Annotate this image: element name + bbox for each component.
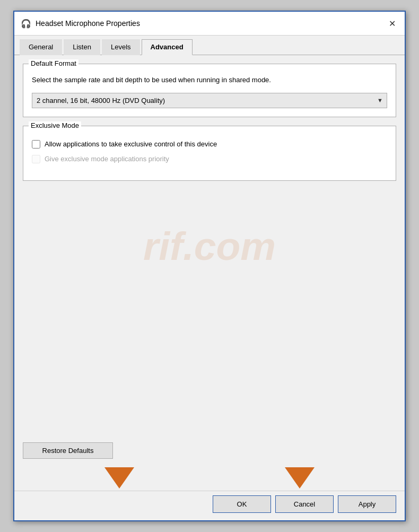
allow-exclusive-control-label: Allow applications to take exclusive con… <box>45 140 217 148</box>
exclusive-mode-group: Exclusive Mode Allow applications to tak… <box>23 126 396 181</box>
title-bar-left: 🎧 Headset Microphone Properties <box>21 19 140 29</box>
arrow-apply-icon <box>285 467 315 489</box>
dropdown-wrapper: 2 channel, 16 bit, 48000 Hz (DVD Quality… <box>32 93 387 108</box>
exclusive-mode-label: Exclusive Mode <box>29 121 81 129</box>
arrow-ok-icon <box>104 467 134 489</box>
default-format-group: Default Format Select the sample rate an… <box>23 64 396 117</box>
sample-rate-dropdown[interactable]: 2 channel, 16 bit, 48000 Hz (DVD Quality… <box>32 93 387 108</box>
apply-button[interactable]: Apply <box>338 495 396 513</box>
tab-general[interactable]: General <box>20 39 62 55</box>
bottom-section: Restore Defaults <box>14 437 405 467</box>
tab-advanced[interactable]: Advanced <box>142 39 193 55</box>
give-priority-label: Give exclusive mode applications priorit… <box>45 155 169 163</box>
tab-levels[interactable]: Levels <box>102 39 140 55</box>
give-priority-item: Give exclusive mode applications priorit… <box>32 155 387 163</box>
exclusive-mode-options: Allow applications to take exclusive con… <box>32 140 387 163</box>
allow-exclusive-control-item: Allow applications to take exclusive con… <box>32 140 387 149</box>
dialog-title: Headset Microphone Properties <box>36 19 140 28</box>
tab-listen[interactable]: Listen <box>64 39 100 55</box>
allow-exclusive-control-checkbox[interactable] <box>32 140 40 149</box>
headset-icon: 🎧 <box>21 19 31 29</box>
action-buttons: OK Cancel Apply <box>14 491 405 520</box>
default-format-description: Select the sample rate and bit depth to … <box>32 75 387 85</box>
dialog-window: 🎧 Headset Microphone Properties ✕ Genera… <box>13 11 406 521</box>
title-bar: 🎧 Headset Microphone Properties ✕ <box>14 12 405 36</box>
give-priority-checkbox[interactable] <box>32 155 40 163</box>
content: Default Format Select the sample rate an… <box>14 55 405 437</box>
default-format-label: Default Format <box>29 59 78 67</box>
close-button[interactable]: ✕ <box>386 17 398 30</box>
content-area: rif.com Default Format Select the sample… <box>14 55 405 437</box>
restore-defaults-button[interactable]: Restore Defaults <box>23 442 113 459</box>
tabs-bar: General Listen Levels Advanced <box>14 36 405 55</box>
ok-button[interactable]: OK <box>213 495 271 513</box>
cancel-button[interactable]: Cancel <box>275 495 334 513</box>
